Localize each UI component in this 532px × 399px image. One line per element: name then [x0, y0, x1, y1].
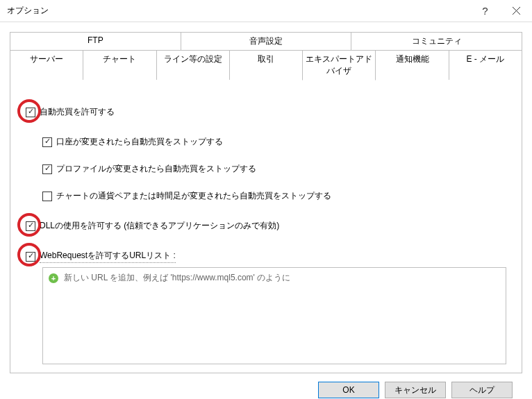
label-stop-account: 口座が変更されたら自動売買をストップする	[56, 136, 223, 148]
help-icon[interactable]: ?	[469, 0, 501, 22]
tab-label: 音声設定	[249, 36, 283, 46]
tabs-area: FTP 音声設定 コミュニティ サーバー チャート ライン等の設定 取引 エキス…	[10, 32, 522, 373]
titlebar: オプション ?	[0, 0, 532, 22]
label-stop-profile: プロファイルが変更されたら自動売買をストップする	[56, 163, 256, 175]
tab-label: 取引	[258, 54, 274, 64]
tab-row-bottom: サーバー チャート ライン等の設定 取引 エキスパートアドバイザ 通知機能 E …	[10, 50, 522, 80]
tab-trade[interactable]: 取引	[229, 50, 303, 80]
window-title: オプション	[7, 5, 469, 17]
tab-row-top: FTP 音声設定 コミュニティ	[10, 32, 522, 51]
option-stop-on-profile-change: プロファイルが変更されたら自動売買をストップする	[42, 163, 506, 175]
tab-label: E - メール	[466, 54, 504, 64]
tab-label: コミュニティ	[412, 36, 462, 46]
checkbox-stop-account[interactable]	[42, 137, 52, 147]
ok-button[interactable]: OK	[318, 382, 379, 398]
url-list[interactable]: + 新しい URL を追加、例えば 'https://www.mql5.com'…	[42, 267, 506, 364]
tab-label: エキスパートアドバイザ	[306, 54, 372, 76]
button-label: キャンセル	[394, 384, 436, 396]
close-icon[interactable]	[501, 0, 532, 22]
button-bar: OK キャンセル ヘルプ	[10, 373, 522, 398]
url-placeholder: 新しい URL を追加、例えば 'https://www.mql5.com' の…	[64, 272, 290, 284]
checkbox-stop-symbol[interactable]	[42, 192, 52, 201]
tab-notifications[interactable]: 通知機能	[375, 50, 449, 80]
tab-ftp[interactable]: FTP	[10, 32, 181, 51]
tab-label: 通知機能	[396, 54, 429, 64]
tab-chart[interactable]: チャート	[83, 50, 156, 80]
checkbox-stop-profile[interactable]	[42, 164, 52, 174]
button-label: ヘルプ	[469, 384, 494, 396]
option-allow-dll: DLLの使用を許可する (信頼できるアプリケーションのみで有効)	[26, 220, 506, 232]
option-allow-webrequest: WebRequestを許可するURLリスト :	[26, 250, 506, 263]
checkbox-allow-dll[interactable]	[26, 221, 35, 231]
url-add-row[interactable]: + 新しい URL を追加、例えば 'https://www.mql5.com'…	[49, 272, 500, 284]
tab-community[interactable]: コミュニティ	[351, 32, 522, 51]
cancel-button[interactable]: キャンセル	[385, 382, 446, 398]
button-label: OK	[342, 385, 354, 395]
dialog-body: FTP 音声設定 コミュニティ サーバー チャート ライン等の設定 取引 エキス…	[0, 22, 532, 399]
option-allow-auto-trading: 自動売買を許可する	[26, 106, 506, 118]
label-stop-symbol: チャートの通貨ペアまたは時間足が変更されたら自動売買をストップする	[56, 190, 331, 202]
tab-server[interactable]: サーバー	[10, 50, 83, 80]
help-button[interactable]: ヘルプ	[451, 382, 513, 398]
checkbox-allow-auto-trading[interactable]	[26, 108, 35, 117]
tab-panel: 自動売買を許可する 口座が変更されたら自動売買をストップする プロファイルが変更…	[10, 80, 522, 373]
tab-expert-advisor[interactable]: エキスパートアドバイザ	[302, 50, 376, 80]
tab-email[interactable]: E - メール	[449, 50, 522, 80]
tab-sound[interactable]: 音声設定	[181, 32, 352, 51]
checkbox-allow-webrequest[interactable]	[26, 252, 35, 262]
label-allow-webrequest: WebRequestを許可するURLリスト :	[40, 250, 176, 263]
label-allow-auto-trading: 自動売買を許可する	[40, 106, 115, 118]
option-stop-on-symbol-change: チャートの通貨ペアまたは時間足が変更されたら自動売買をストップする	[42, 190, 506, 202]
plus-icon: +	[49, 273, 58, 283]
label-allow-dll: DLLの使用を許可する (信頼できるアプリケーションのみで有効)	[40, 220, 279, 232]
tab-label: FTP	[88, 35, 103, 45]
tab-label: サーバー	[30, 54, 63, 64]
option-stop-on-account-change: 口座が変更されたら自動売買をストップする	[42, 136, 506, 148]
tab-lines[interactable]: ライン等の設定	[156, 50, 230, 80]
tab-label: チャート	[103, 54, 136, 64]
tab-label: ライン等の設定	[164, 54, 222, 64]
